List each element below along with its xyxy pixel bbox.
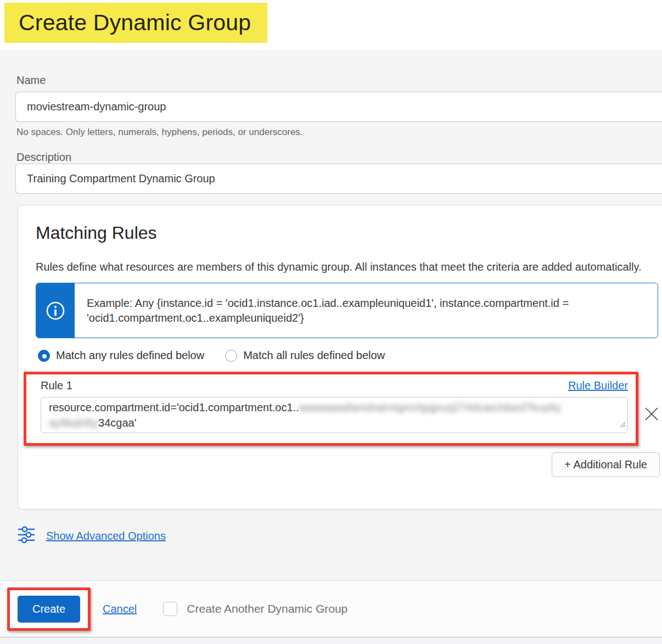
rule-1-textarea[interactable]: resource.compartment.id='ocid1.compartme… bbox=[41, 397, 628, 433]
radio-match-any[interactable]: Match any rules defined below bbox=[38, 349, 204, 362]
rule-1-section: Rule 1 Rule Builder resource.compartment… bbox=[24, 372, 660, 446]
create-another-checkbox[interactable] bbox=[163, 602, 177, 616]
info-banner-text: Example: Any {instance.id = 'ocid1.insta… bbox=[75, 283, 658, 338]
name-helper-text: No spaces. Only letters, numerals, hyphe… bbox=[16, 127, 662, 138]
bottom-strip bbox=[0, 637, 662, 644]
rule-annotation-box: Rule 1 Rule Builder resource.compartment… bbox=[24, 372, 638, 446]
matching-rules-heading: Matching Rules bbox=[36, 223, 660, 243]
radio-match-all-circle[interactable] bbox=[225, 350, 237, 362]
matching-rules-description: Rules define what resources are members … bbox=[36, 260, 660, 275]
match-mode-radio-group: Match any rules defined below Match all … bbox=[38, 349, 660, 362]
title-highlight: Create Dynamic Group bbox=[4, 3, 267, 43]
page-header: Create Dynamic Group bbox=[0, 0, 662, 51]
create-another-label: Create Another Dynamic Group bbox=[187, 602, 347, 615]
description-label: Description bbox=[16, 151, 662, 164]
info-icon bbox=[36, 283, 75, 338]
rule-value-redacted: aaaaaaaafamdratn4gmcfgqjvuq274dcae2dazd7… bbox=[299, 401, 560, 413]
additional-rule-button[interactable]: + Additional Rule bbox=[552, 452, 660, 477]
radio-match-any-circle[interactable] bbox=[38, 350, 50, 362]
rule-value-plain: resource.compartment.id='ocid1.compartme… bbox=[49, 401, 299, 413]
matching-rules-card: Matching Rules Rules define what resourc… bbox=[18, 205, 662, 509]
rule-value-redacted: ay9kqhtfyj bbox=[49, 417, 98, 429]
footer-action-bar: Create Cancel Create Another Dynamic Gro… bbox=[0, 580, 662, 637]
show-advanced-options-link[interactable]: Show Advanced Options bbox=[46, 530, 166, 542]
page-title: Create Dynamic Group bbox=[19, 10, 251, 36]
create-button-annotation-box: Create bbox=[7, 587, 91, 631]
rule-builder-link[interactable]: Rule Builder bbox=[568, 379, 628, 392]
cancel-link[interactable]: Cancel bbox=[103, 603, 137, 615]
rule-value-plain: 34cgaa' bbox=[98, 417, 136, 429]
sliders-icon bbox=[18, 525, 35, 547]
create-dynamic-group-form: Name No spaces. Only letters, numerals, … bbox=[0, 51, 662, 580]
create-button[interactable]: Create bbox=[18, 596, 80, 623]
close-icon bbox=[643, 406, 660, 424]
rule-1-value-line-2: ay9kqhtfyj34cgaa' bbox=[49, 415, 619, 430]
remove-rule-button[interactable] bbox=[643, 406, 660, 423]
create-another-option[interactable]: Create Another Dynamic Group bbox=[163, 602, 347, 616]
name-input[interactable] bbox=[15, 92, 662, 122]
radio-match-any-label: Match any rules defined below bbox=[56, 349, 204, 362]
radio-match-all-label: Match all rules defined below bbox=[243, 349, 385, 362]
rule-1-label: Rule 1 bbox=[41, 379, 72, 392]
info-banner: Example: Any {instance.id = 'ocid1.insta… bbox=[36, 283, 658, 338]
advanced-options-row: Show Advanced Options bbox=[18, 525, 662, 547]
rule-1-value-line-1: resource.compartment.id='ocid1.compartme… bbox=[49, 400, 619, 415]
name-label: Name bbox=[16, 74, 662, 87]
description-input[interactable] bbox=[15, 164, 662, 194]
textarea-resize-grip-icon[interactable] bbox=[619, 416, 626, 432]
radio-match-all[interactable]: Match all rules defined below bbox=[225, 349, 385, 362]
